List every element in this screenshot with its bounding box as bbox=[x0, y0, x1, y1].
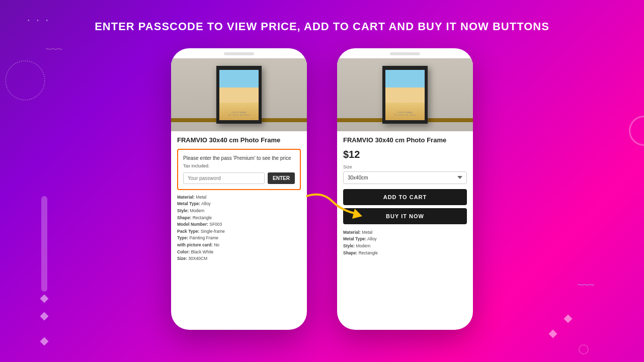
spec-size: Size: 30X40CM bbox=[177, 255, 301, 262]
password-input[interactable] bbox=[183, 172, 265, 184]
photo-label-right: PHOTO FRAME12 × 16 cm / 30 × 40 cm bbox=[394, 111, 416, 116]
product-price: $12 bbox=[343, 149, 467, 160]
phone-left-content: PHOTO FRAME12 × 16 cm / 30 × 40 cm FRAMV… bbox=[171, 58, 307, 320]
password-prompt: Please enter the pass 'Premium' to see t… bbox=[183, 155, 295, 161]
photo-label-left: PHOTO FRAME12 × 16 cm / 30 × 40 cm bbox=[228, 111, 250, 116]
photo-frame-left: PHOTO FRAME12 × 16 cm / 30 × 40 cm bbox=[216, 66, 262, 124]
decorative-circle bbox=[5, 60, 45, 101]
frame-scene-left: PHOTO FRAME12 × 16 cm / 30 × 40 cm bbox=[171, 58, 307, 131]
frame-scene-right: PHOTO FRAME12 × 16 cm / 30 × 40 cm bbox=[337, 58, 473, 131]
spec-r-shape: Shape: Rectangle bbox=[343, 250, 467, 257]
decorative-squiggle-top: ~~~ bbox=[45, 43, 62, 56]
product-title-left: FRAMVIO 30x40 cm Photo Frame bbox=[177, 136, 301, 145]
spec-r-material: Material: Metal bbox=[343, 229, 467, 236]
header: ENTER PASSCODE TO VIEW PRICE, ADD TO CAR… bbox=[0, 0, 644, 43]
password-box: Please enter the pass 'Premium' to see t… bbox=[177, 149, 301, 190]
product-info-left: FRAMVIO 30x40 cm Photo Frame Please ente… bbox=[171, 131, 307, 267]
password-row: ENTER bbox=[183, 172, 295, 184]
product-specs-left: Material: Metal Metal Type: Alloy Style:… bbox=[177, 194, 301, 262]
decorative-circle-bottom bbox=[579, 344, 589, 354]
spec-picture-card: with picture card: No bbox=[177, 242, 301, 249]
spec-metal-type: Metal Type: Alloy bbox=[177, 201, 301, 208]
spec-type: Type: Painting Frame bbox=[177, 235, 301, 242]
spec-pack: Pack Type: Single-frame bbox=[177, 228, 301, 235]
arrow-icon bbox=[302, 186, 367, 226]
decorative-diamond-br2 bbox=[549, 330, 557, 338]
product-specs-right: Material: Metal Metal Type: Alloy Style:… bbox=[343, 229, 467, 256]
spec-r-style: Style: Modern bbox=[343, 243, 467, 250]
photo-inner-right: PHOTO FRAME12 × 16 cm / 30 × 40 cm bbox=[385, 70, 425, 120]
decorative-dots: • • • bbox=[28, 18, 51, 23]
product-title-right: FRAMVIO 30x40 cm Photo Frame bbox=[343, 136, 467, 145]
product-image-right: PHOTO FRAME12 × 16 cm / 30 × 40 cm bbox=[337, 58, 473, 131]
decorative-diamond-3 bbox=[40, 337, 49, 346]
product-image-left: PHOTO FRAME12 × 16 cm / 30 × 40 cm bbox=[171, 58, 307, 131]
svg-marker-0 bbox=[352, 209, 362, 219]
arrow-container bbox=[302, 186, 367, 228]
page-title: ENTER PASSCODE TO VIEW PRICE, ADD TO CAR… bbox=[10, 20, 634, 33]
spec-color: Color: Black White bbox=[177, 249, 301, 256]
tax-note: Tax included. bbox=[183, 163, 295, 168]
phone-left: PHOTO FRAME12 × 16 cm / 30 × 40 cm FRAMV… bbox=[171, 48, 307, 330]
spec-model: Model Number: SF003 bbox=[177, 221, 301, 228]
spec-shape: Shape: Rectangle bbox=[177, 215, 301, 222]
spec-material: Material: Metal bbox=[177, 194, 301, 201]
size-label: Size bbox=[343, 164, 467, 169]
spec-style: Style: Modern bbox=[177, 208, 301, 215]
enter-button[interactable]: ENTER bbox=[268, 172, 295, 184]
decorative-bar bbox=[41, 196, 47, 292]
decorative-squiggle-bottom: ~~~ bbox=[577, 279, 594, 292]
photo-inner-left: PHOTO FRAME12 × 16 cm / 30 × 40 cm bbox=[219, 70, 259, 120]
size-select[interactable]: 30x40cm bbox=[343, 171, 467, 184]
photo-frame-right: PHOTO FRAME12 × 16 cm / 30 × 40 cm bbox=[382, 66, 428, 124]
spec-r-metal-type: Metal Type: Alloy bbox=[343, 236, 467, 243]
